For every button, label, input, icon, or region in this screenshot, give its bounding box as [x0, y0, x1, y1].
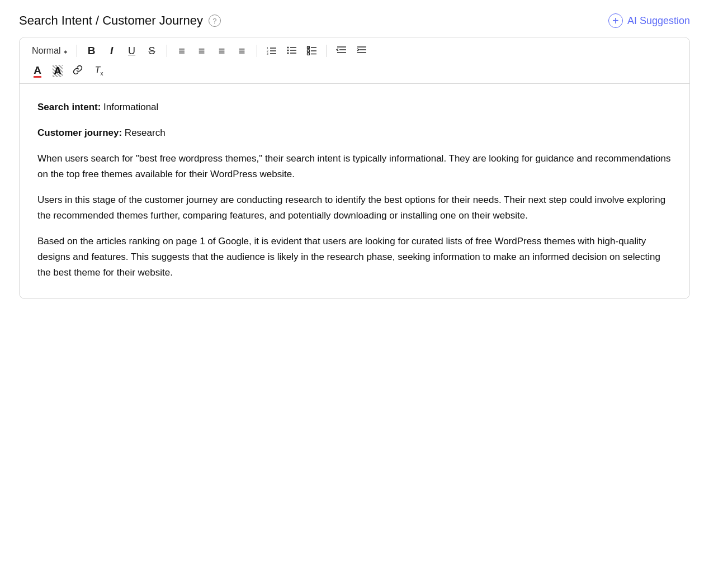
svg-rect-14	[307, 50, 309, 52]
link-btn[interactable]	[69, 62, 87, 80]
style-selector[interactable]: Normal ⬥	[29, 45, 71, 57]
justify-btn[interactable]: ≡	[233, 42, 251, 60]
toolbar-separator-4	[327, 45, 327, 57]
toolbar-separator-3	[257, 45, 257, 57]
search-intent-label: Search intent:	[37, 102, 101, 112]
style-label: Normal	[32, 46, 61, 56]
chevron-down-icon: ⬥	[63, 46, 68, 55]
page-title: Search Intent / Customer Journey	[19, 13, 203, 28]
italic-btn[interactable]: I	[103, 42, 121, 60]
customer-journey-value: Research	[122, 127, 165, 138]
unordered-list-btn[interactable]	[283, 42, 301, 60]
search-intent-line: Search intent: Informational	[37, 99, 672, 115]
toolbar-row1: Normal ⬥ B I U S	[29, 42, 680, 60]
svg-text:3: 3	[267, 52, 268, 55]
outdent-btn[interactable]	[333, 42, 351, 60]
toolbar: Normal ⬥ B I U S	[20, 37, 689, 84]
customer-journey-label: Customer journey:	[37, 127, 122, 138]
ai-suggestion-label: AI Suggestion	[627, 15, 690, 27]
align-center-btn[interactable]: ≡	[193, 42, 211, 60]
paragraph-3: Based on the articles ranking on page 1 …	[37, 234, 672, 281]
font-color-btn[interactable]: A	[29, 62, 46, 80]
toolbar-separator-2	[167, 45, 167, 57]
header-row: Search Intent / Customer Journey ? + AI …	[19, 13, 690, 28]
editor-card: Normal ⬥ B I U S	[19, 37, 690, 299]
svg-point-10	[287, 52, 289, 54]
align-left-btn[interactable]: ≡	[173, 42, 191, 60]
content-area[interactable]: Search intent: Informational Customer jo…	[20, 84, 689, 298]
toolbar-separator-1	[77, 45, 77, 57]
bold-btn[interactable]: B	[83, 42, 101, 60]
indent-btn[interactable]	[353, 42, 371, 60]
ai-suggestion-button[interactable]: + AI Suggestion	[608, 13, 690, 28]
ordered-list-btn[interactable]: 1 2 3	[263, 42, 281, 60]
header-left: Search Intent / Customer Journey ?	[19, 13, 221, 28]
strikethrough-btn[interactable]: S	[143, 42, 161, 60]
page-wrapper: Search Intent / Customer Journey ? + AI …	[19, 13, 690, 299]
search-intent-value: Informational	[101, 102, 158, 112]
font-highlight-btn[interactable]: A	[49, 62, 67, 80]
svg-rect-16	[307, 53, 309, 55]
clear-format-btn[interactable]: Tx	[89, 62, 109, 80]
paragraph-2: Users in this stage of the customer jour…	[37, 192, 672, 224]
svg-point-8	[287, 49, 289, 51]
underline-btn[interactable]: U	[123, 42, 141, 60]
help-icon[interactable]: ?	[209, 15, 221, 27]
toolbar-row2: A A Tx	[29, 62, 680, 80]
customer-journey-line: Customer journey: Research	[37, 125, 672, 141]
plus-circle-icon: +	[608, 13, 623, 28]
svg-point-6	[287, 46, 289, 48]
task-list-btn[interactable]	[303, 42, 321, 60]
paragraph-1: When users search for "best free wordpre…	[37, 151, 672, 182]
align-right-btn[interactable]: ≡	[213, 42, 231, 60]
